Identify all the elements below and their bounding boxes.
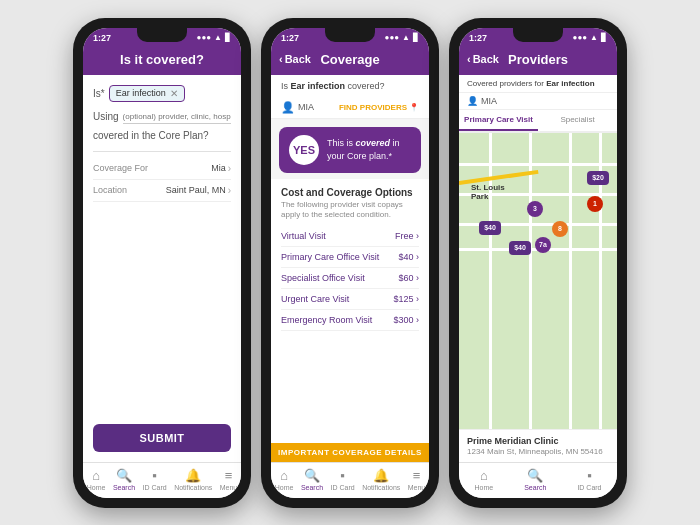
menu-icon-2: ≡ [413, 468, 421, 483]
nav-idcard-1[interactable]: ▪ ID Card [143, 468, 167, 491]
cost-row-urgent-label: Urgent Care Visit [281, 294, 349, 304]
coverage-for-row[interactable]: Coverage For Mia › [93, 158, 231, 180]
cost-row-er-label: Emergency Room Visit [281, 315, 372, 325]
time-2: 1:27 [281, 33, 299, 43]
is-row: Is* Ear infection ✕ [93, 85, 231, 102]
ear-infection-text: Ear infection [116, 88, 166, 98]
nav-notifications-2[interactable]: 🔔 Notifications [362, 468, 400, 491]
user-row-2: 👤 MIA FIND PROVIDERS 📍 [271, 97, 429, 119]
map-pin-red-1[interactable]: 1 [587, 196, 603, 212]
cost-row-urgent[interactable]: Urgent Care Visit $125 › [281, 289, 419, 310]
form-section: Is* Ear infection ✕ Using covered in the… [83, 75, 241, 414]
cost-row-virtual[interactable]: Virtual Visit Free › [281, 226, 419, 247]
map-pin-orange-1[interactable]: 8 [552, 221, 568, 237]
cost-row-specialist[interactable]: Specialist Office Visit $60 › [281, 268, 419, 289]
app-header-1: Is it covered? [83, 46, 241, 75]
nav-home-3[interactable]: ⌂ Home [475, 468, 494, 491]
map-pin-purple-1[interactable]: 3 [527, 201, 543, 217]
app-header-3: ‹ Back Providers [459, 46, 617, 75]
wifi-icon-1: ▲ [214, 33, 222, 42]
cost-row-er-value: $300 › [393, 315, 419, 325]
remove-ear-infection-icon[interactable]: ✕ [170, 88, 178, 99]
nav-search-2[interactable]: 🔍 Search [301, 468, 323, 491]
nav-home-label-2: Home [275, 484, 294, 491]
map-pin-dollar-1[interactable]: $20 [587, 171, 609, 185]
yes-banner: YES This is covered in your Core plan.* [279, 127, 421, 173]
map-pin-purple-2[interactable]: 7a [535, 237, 551, 253]
prov-header-sub: Covered providers for Ear infection [459, 75, 617, 93]
phone-3: 1:27 ●●● ▲ ▊ ‹ Back Providers Covere [449, 18, 627, 508]
phone-3-screen: 1:27 ●●● ▲ ▊ ‹ Back Providers Covere [459, 28, 617, 498]
cost-row-primary-value: $40 › [398, 252, 419, 262]
coverage-for-label: Coverage For [93, 163, 148, 173]
important-banner[interactable]: IMPORTANT COVERAGE DETAILS [271, 443, 429, 462]
battery-icon-1: ▊ [225, 33, 231, 42]
nav-home-2[interactable]: ⌂ Home [275, 468, 294, 491]
yes-circle: YES [289, 135, 319, 165]
back-chevron-2: ‹ [279, 53, 283, 65]
nav-menu-1[interactable]: ≡ Menu [220, 468, 238, 491]
tab-primary-care-label: Primary Care Visit [464, 115, 533, 124]
is-label: Is* [93, 88, 105, 99]
cost-row-er[interactable]: Emergency Room Visit $300 › [281, 310, 419, 331]
tab-specialist-label: Specialist [560, 115, 594, 124]
nav-notifications-label-2: Notifications [362, 484, 400, 491]
location-row[interactable]: Location Saint Paul, MN › [93, 180, 231, 202]
phone-2: 1:27 ●●● ▲ ▊ ‹ Back Coverage Is Ear [261, 18, 439, 508]
providers-content: Covered providers for Ear infection 👤 MI… [459, 75, 617, 462]
back-button-3[interactable]: ‹ Back [467, 53, 499, 65]
provider-name: Prime Meridian Clinic [467, 436, 609, 446]
ear-infection-tag[interactable]: Ear infection ✕ [109, 85, 185, 102]
yes-text: This is covered in your Core plan.* [327, 137, 411, 162]
map-city-label: St. LouisPark [471, 183, 505, 201]
header-title-2: Coverage [320, 52, 379, 67]
nav-menu-2[interactable]: ≡ Menu [408, 468, 426, 491]
find-providers-btn[interactable]: FIND PROVIDERS 📍 [339, 103, 419, 112]
status-bar-1: 1:27 ●●● ▲ ▊ [83, 28, 241, 46]
search-icon-3: 🔍 [527, 468, 543, 483]
phone-1: 1:27 ●●● ▲ ▊ Is it covered? Is* [73, 18, 251, 508]
idcard-icon-2: ▪ [340, 468, 345, 483]
coverage-query: Is Ear infection covered? [271, 75, 429, 97]
submit-button[interactable]: SUBMIT [93, 424, 231, 452]
location-value: Saint Paul, MN › [166, 185, 231, 196]
nav-search-3[interactable]: 🔍 Search [524, 468, 546, 491]
using-label: Using [93, 111, 119, 122]
search-icon-2: 🔍 [304, 468, 320, 483]
home-icon-1: ⌂ [92, 468, 100, 483]
status-bar-3: 1:27 ●●● ▲ ▊ [459, 28, 617, 46]
tab-specialist[interactable]: Specialist [538, 110, 617, 131]
map-pin-dollar-2[interactable]: $40 [479, 221, 501, 235]
signal-icon-3: ●●● [573, 33, 588, 42]
cost-row-virtual-value: Free › [395, 231, 419, 241]
cost-row-specialist-value: $60 › [398, 273, 419, 283]
phone-2-screen: 1:27 ●●● ▲ ▊ ‹ Back Coverage Is Ear [271, 28, 429, 498]
provider-card[interactable]: Prime Meridian Clinic 1234 Main St, Minn… [459, 429, 617, 462]
home-icon-3: ⌂ [480, 468, 488, 483]
nav-notifications-1[interactable]: 🔔 Notifications [174, 468, 212, 491]
map-pin-dollar-3[interactable]: $40 [509, 241, 531, 255]
status-icons-1: ●●● ▲ ▊ [197, 33, 231, 42]
map-background: St. LouisPark $20 $40 $40 3 8 1 7a [459, 133, 617, 429]
nav-search-label-2: Search [301, 484, 323, 491]
nav-idcard-3[interactable]: ▪ ID Card [577, 468, 601, 491]
prov-user-icon: 👤 [467, 96, 478, 106]
user-icon-2: 👤 [281, 101, 295, 114]
prov-user-row: 👤 MIA [459, 93, 617, 110]
cost-row-primary[interactable]: Primary Care Office Visit $40 › [281, 247, 419, 268]
nav-home-1[interactable]: ⌂ Home [87, 468, 106, 491]
header-title-1: Is it covered? [120, 52, 204, 67]
nav-idcard-2[interactable]: ▪ ID Card [331, 468, 355, 491]
using-input[interactable] [123, 110, 231, 124]
tab-primary-care[interactable]: Primary Care Visit [459, 110, 538, 131]
road-v2 [529, 133, 532, 429]
nav-search-1[interactable]: 🔍 Search [113, 468, 135, 491]
idcard-icon-1: ▪ [152, 468, 157, 483]
cost-row-primary-label: Primary Care Office Visit [281, 252, 379, 262]
back-button-2[interactable]: ‹ Back [279, 53, 311, 65]
submit-area: SUBMIT [83, 414, 241, 462]
screen1-content: Is* Ear infection ✕ Using covered in the… [83, 75, 241, 462]
covered-text: covered [356, 138, 391, 148]
nav-home-label-1: Home [87, 484, 106, 491]
coverage-content: Is Ear infection covered? 👤 MIA FIND PRO… [271, 75, 429, 462]
